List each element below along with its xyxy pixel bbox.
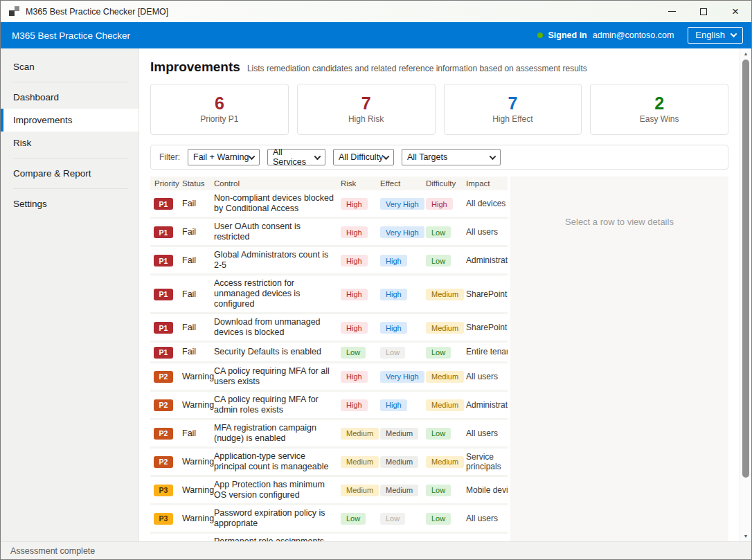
window-title: M365 Best Practice Checker [DEMO]	[26, 7, 168, 17]
stat-card-easy-wins: 2Easy Wins	[590, 84, 728, 135]
sidebar-item-label: Improvements	[13, 115, 73, 125]
filter-select-all-targets[interactable]: All Targets	[402, 149, 501, 165]
column-header-priority: Priority	[150, 179, 182, 188]
column-header-impact: Impact	[466, 179, 508, 188]
effect-badge: High	[380, 289, 407, 300]
detail-panel: Select a row to view details	[510, 177, 728, 541]
stat-value: 7	[508, 95, 517, 112]
sidebar-item-risk[interactable]: Risk	[1, 132, 138, 154]
stat-card-high-risk: 7High Risk	[297, 84, 436, 135]
app-icon	[9, 6, 19, 17]
language-select-value: English	[695, 30, 725, 40]
table-row[interactable]: P2WarningCA policy requiring MFA for adm…	[150, 392, 508, 420]
signed-in-status-dot	[537, 33, 543, 38]
scroll-up-icon[interactable]: ▲	[740, 51, 751, 56]
minimize-button[interactable]	[656, 1, 688, 22]
sidebar: ScanDashboardImprovementsRiskCompare & R…	[1, 48, 139, 541]
difficulty-badge: Medium	[426, 322, 464, 334]
language-select[interactable]: English	[688, 27, 743, 44]
filter-select-value: All Targets	[407, 152, 447, 162]
status-bar: Assessment complete	[1, 541, 751, 559]
control-cell: Access restriction for unmanaged devices…	[214, 278, 341, 309]
stat-label: High Risk	[348, 114, 384, 124]
priority-badge: P1	[154, 198, 173, 210]
table-row[interactable]: P2WarningApplication-type service princi…	[150, 449, 508, 477]
filter-select-fail-warning[interactable]: Fail + Warning	[188, 149, 260, 165]
filter-select-all-services[interactable]: All Services	[267, 149, 325, 165]
difficulty-badge: Medium	[426, 456, 464, 468]
effect-badge: Medium	[380, 456, 418, 468]
status-cell: Warning	[182, 400, 214, 410]
scroll-down-icon[interactable]: ▼	[740, 534, 751, 539]
priority-badge: P1	[154, 289, 173, 300]
table-row[interactable]: P2WarningCA policy requiring MFA for all…	[150, 363, 508, 392]
sidebar-item-settings[interactable]: Settings	[1, 192, 138, 215]
vertical-scrollbar[interactable]: ▲ ▼	[740, 48, 751, 541]
table-row[interactable]: P1FailNon-compliant devices blocked by C…	[150, 190, 508, 219]
table-row[interactable]: P3WarningPassword expiration policy is a…	[150, 505, 508, 534]
status-cell: Fail	[182, 255, 214, 265]
effect-badge: High	[380, 322, 407, 334]
control-cell: Non-compliant devices blocked by Conditi…	[214, 193, 341, 214]
table-row[interactable]: P1FailSecurity Defaults is enabledLowLow…	[150, 343, 508, 363]
title-bar: M365 Best Practice Checker [DEMO] ×	[1, 1, 751, 22]
sidebar-divider	[13, 188, 128, 189]
stat-value: 6	[215, 95, 224, 112]
status-cell: Fail	[182, 428, 214, 438]
filter-select-value: Fail + Warning	[193, 152, 249, 162]
effect-badge: Low	[380, 347, 405, 359]
close-button[interactable]: ×	[719, 1, 751, 22]
impact-cell: SharePoint	[466, 323, 508, 332]
risk-badge: Low	[341, 513, 366, 525]
table-row[interactable]: P1FailDownload from unmanaged devices is…	[150, 314, 508, 343]
sidebar-item-dashboard[interactable]: Dashboard	[1, 86, 138, 109]
impact-cell: Service principals	[466, 452, 508, 471]
table-row[interactable]: P2FailMFA registration campaign (nudge) …	[150, 420, 508, 449]
impact-cell: All users	[466, 428, 508, 438]
filter-select-all-difficulty[interactable]: All Difficulty	[333, 149, 394, 165]
stat-cards: 6Priority P17High Risk7High Effect2Easy …	[150, 84, 728, 135]
status-cell: Fail	[182, 323, 214, 332]
effect-badge: Medium	[380, 485, 418, 496]
maximize-button[interactable]	[688, 1, 719, 22]
scrollbar-thumb[interactable]	[742, 60, 749, 478]
control-cell: Permanent role assignments	[214, 536, 341, 541]
table-row[interactable]: P1FailAccess restriction for unmanaged d…	[150, 276, 508, 314]
stat-label: Priority P1	[200, 114, 238, 124]
sidebar-item-scan[interactable]: Scan	[1, 55, 138, 78]
risk-badge: Medium	[341, 485, 379, 496]
control-cell: User OAuth consent is restricted	[214, 222, 341, 242]
effect-badge: Very High	[380, 371, 424, 383]
table-row[interactable]: P1FailUser OAuth consent is restrictedHi…	[150, 219, 508, 247]
priority-badge: P3	[154, 513, 173, 525]
app-name: M365 Best Practice Checker	[12, 30, 130, 41]
status-cell: Warning	[182, 485, 214, 495]
difficulty-badge: Low	[426, 513, 451, 525]
main-content: Improvements Lists remediation candidate…	[139, 48, 740, 541]
priority-badge: P1	[154, 226, 173, 238]
difficulty-badge: Medium	[426, 399, 464, 411]
table-row[interactable]: P1FailGlobal Administrators count is 2-5…	[150, 247, 508, 276]
impact-cell: Entire tenant	[466, 347, 508, 356]
table-row[interactable]: P3WarningApp Protection has minimum OS v…	[150, 477, 508, 505]
column-header-control: Control	[214, 179, 341, 188]
status-cell: Fail	[182, 289, 214, 299]
sidebar-item-label: Scan	[13, 62, 35, 72]
filter-select-value: All Services	[273, 147, 315, 167]
impact-cell: Administrators	[466, 400, 508, 410]
impact-cell: All users	[466, 514, 508, 523]
sidebar-item-compare-report[interactable]: Compare & Report	[1, 162, 138, 185]
window-controls: ×	[656, 1, 751, 22]
signed-in-account: admin@contoso.com	[593, 30, 674, 40]
filter-label: Filter:	[159, 152, 180, 162]
sidebar-item-improvements[interactable]: Improvements	[1, 109, 138, 132]
stat-label: Easy Wins	[640, 114, 679, 124]
difficulty-badge: Low	[426, 255, 451, 267]
stat-card-priority-p1: 6Priority P1	[150, 84, 289, 135]
status-cell: Warning	[182, 457, 214, 467]
difficulty-badge: High	[426, 198, 453, 210]
stat-value: 7	[361, 95, 371, 112]
table-row[interactable]: Permanent role assignments	[150, 534, 508, 541]
column-header-effect: Effect	[380, 179, 426, 188]
priority-badge: P1	[154, 322, 173, 334]
